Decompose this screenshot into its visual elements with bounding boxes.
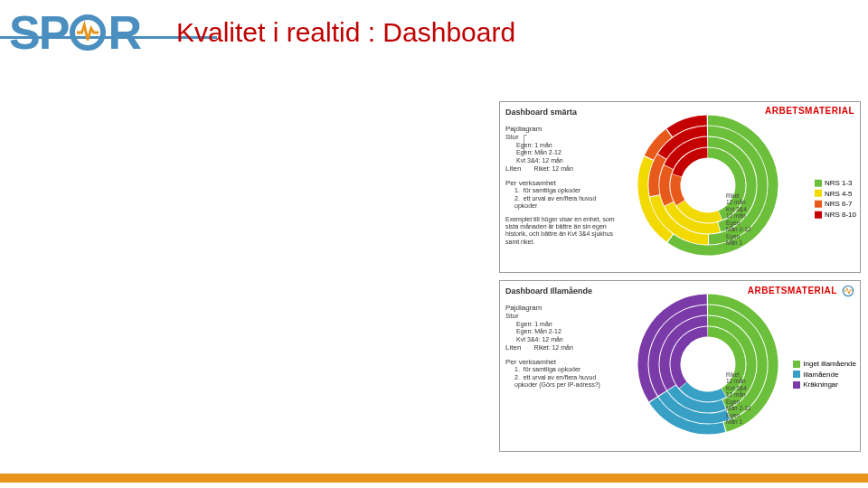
label: Liten: [505, 164, 521, 173]
list-item: 2. ett urval av en/flera huvud opkoder: [514, 195, 617, 211]
legend-row: NRS 6-7: [815, 200, 856, 209]
page-title: Kvalitet i realtid : Dashboard: [176, 17, 515, 48]
legend-row: Kräkningar: [793, 380, 856, 389]
legend-row: NRS 1-3: [815, 179, 856, 188]
example-text: Exemplet till höger visar en enhet, som …: [505, 216, 617, 247]
legend-label: NRS 1-3: [825, 179, 853, 188]
logo-letter: S: [9, 9, 39, 56]
legend-label: NRS 4-5: [825, 189, 853, 198]
text: Riket: 12 mån: [534, 344, 573, 351]
label: Pajdiagram: [505, 125, 617, 134]
legend-label: NRS 6-7: [825, 200, 853, 209]
text: Egen: Mån 2-12: [516, 149, 617, 156]
label: Per verksamhet: [505, 358, 617, 367]
legend-row: NRS 8-10: [815, 211, 856, 220]
pulse-icon: [75, 19, 100, 46]
text: Egen: 1 mån: [516, 321, 617, 328]
text: Egen: 1 mån: [516, 142, 617, 149]
panel-chart-area: ARBETSMATERIAL Riket 12 mån Kvt 3&4 12 m…: [622, 281, 860, 451]
text: Egen: Mån 2-12: [516, 328, 617, 335]
label: Pajdiagram: [505, 304, 617, 313]
logo-letter: R: [108, 9, 140, 56]
label: Liten: [505, 343, 521, 352]
panel-text: Dashboard Illamående Pajdiagram Stor Ege…: [500, 281, 622, 451]
list-item: 1. för samtliga opkoder: [514, 366, 617, 373]
panel-title: Dashboard Illamående: [505, 286, 617, 296]
bracket-icon: [524, 135, 527, 155]
legend-row: Illamående: [793, 371, 856, 380]
text: Riket: 12 mån: [534, 165, 573, 172]
header: S P R Kvalitet i realtid : Dashboard: [0, 0, 868, 56]
list-item: 2. ett urval av en/flera huvud opkoder (…: [514, 374, 617, 389]
legend-row: NRS 4-5: [815, 189, 856, 198]
legend-label: Kräkningar: [803, 380, 838, 389]
panel-text: Dashboard smärta Pajdiagram Stor Egen: 1…: [500, 102, 622, 272]
legend-label: NRS 8-10: [825, 211, 856, 220]
legend-swatch: [815, 201, 822, 208]
legend-label: Illamående: [803, 371, 838, 380]
label: Stor: [505, 312, 519, 320]
legend-swatch: [793, 371, 800, 378]
ring-labels: Riket 12 mån Kvt 3&4 12 mån Egen Mån 2-1…: [726, 192, 750, 247]
legend-swatch: [793, 381, 800, 389]
legend-label: Inget illamående: [803, 360, 856, 369]
donut-chart-smarta: [631, 113, 785, 267]
list-item: 1. för samtliga opkoder: [514, 187, 617, 194]
panel-chart-area: ARBETSMATERIAL Riket 12 mån Kvt 3&4 12 m…: [622, 102, 860, 272]
ring-labels: Riket 12 mån Kvt 3&4 12 mån Egen Mån 2-1…: [726, 371, 750, 426]
pulse-icon: [842, 285, 854, 297]
dashboard-panels: Dashboard smärta Pajdiagram Stor Egen: 1…: [499, 101, 861, 452]
legend-swatch: [815, 180, 822, 187]
panel-smarta: Dashboard smärta Pajdiagram Stor Egen: 1…: [499, 101, 861, 273]
panel-title: Dashboard smärta: [505, 108, 617, 117]
legend: Inget illamåendeIllamåendeKräkningar: [793, 360, 856, 391]
text: Kvt 3&4: 12 mån: [516, 157, 617, 164]
legend-swatch: [815, 190, 822, 197]
legend-swatch: [815, 211, 822, 218]
logo-letter: P: [39, 9, 69, 56]
legend: NRS 1-3NRS 4-5NRS 6-7NRS 8-10: [815, 179, 856, 221]
label: Per verksamhet: [505, 179, 617, 188]
donut-chart-illamaende: [631, 292, 785, 446]
logo-o: [70, 14, 106, 51]
legend-row: Inget illamående: [793, 360, 856, 369]
text: Kvt 3&4: 12 mån: [516, 336, 617, 343]
panel-illamaende: Dashboard Illamående Pajdiagram Stor Ege…: [499, 280, 861, 452]
footer-bar: [0, 474, 868, 483]
legend-swatch: [793, 361, 800, 368]
spor-logo: S P R: [9, 9, 140, 56]
label: Stor: [505, 133, 519, 141]
